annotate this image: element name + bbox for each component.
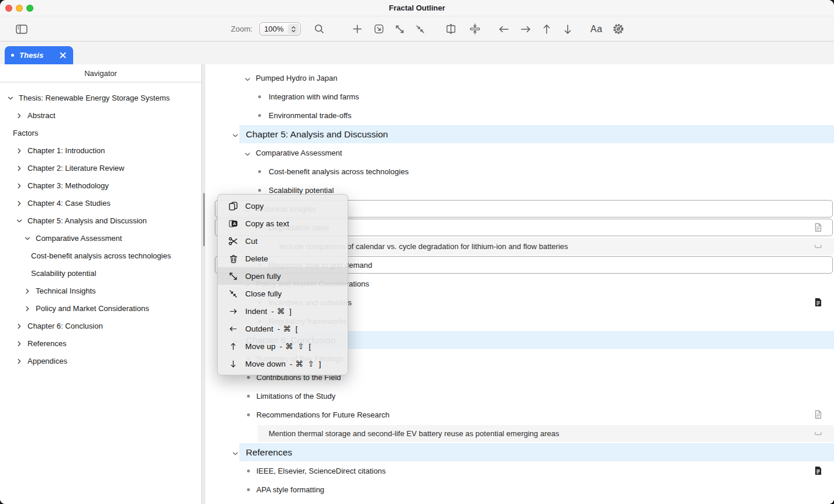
- menu-item-move-down[interactable]: Move down-⌘ ⇧ ]: [218, 355, 348, 372]
- outline-note-row[interactable]: Mention thermal storage and second-life …: [205, 424, 834, 443]
- search-icon[interactable]: [313, 16, 325, 42]
- outline-item-row[interactable]: Limitations of the Study: [205, 387, 834, 406]
- outline-item-row[interactable]: Integration with wind farms: [205, 88, 834, 106]
- sidebar-toggle-icon[interactable]: [13, 16, 30, 42]
- chevron-down-icon[interactable]: [244, 75, 251, 82]
- context-menu: CopyACopy as textCutDeleteOpen fullyClos…: [217, 194, 348, 375]
- stepper-chevrons-icon[interactable]: [288, 24, 299, 34]
- arrow-right-icon[interactable]: [519, 16, 533, 42]
- collapse-vertical-icon[interactable]: [466, 16, 483, 42]
- app-window: Fractal Outliner Zoom: 100%: [0, 0, 834, 504]
- chevron-down-icon[interactable]: [7, 95, 13, 101]
- sidebar-item[interactable]: Chapter 5: Analysis and Discussion: [0, 212, 201, 229]
- tab-thesis[interactable]: Thesis: [5, 46, 73, 64]
- chevron-down-icon[interactable]: [232, 131, 239, 138]
- sidebar-item[interactable]: Technical Insights: [0, 282, 201, 299]
- boxed-arrow-icon[interactable]: [372, 16, 385, 42]
- sidebar-item-label: Chapter 2: Literature Review: [28, 164, 124, 172]
- chevron-right-icon[interactable]: [16, 200, 22, 206]
- note-collapse-icon[interactable]: [814, 429, 823, 439]
- sidebar-item[interactable]: Chapter 1: Introduction: [0, 141, 201, 159]
- outline-item-row[interactable]: APA style formatting: [205, 481, 834, 499]
- chevron-right-icon[interactable]: [16, 340, 22, 347]
- sidebar-item[interactable]: Chapter 6: Conclusion: [0, 317, 201, 334]
- outline-section-label: Chapter 5: Analysis and Discussion: [246, 125, 388, 143]
- collapse-diagonal-icon[interactable]: [414, 16, 427, 42]
- menu-item-delete[interactable]: Delete: [218, 250, 348, 267]
- outline-item-row[interactable]: Recommendations for Future Research: [205, 406, 834, 424]
- chevron-right-icon[interactable]: [24, 288, 30, 294]
- menu-item-close-fully[interactable]: Close fully: [218, 285, 348, 302]
- chevron-right-icon[interactable]: [16, 182, 22, 189]
- note-collapse-icon[interactable]: [814, 241, 823, 251]
- arrow-left-icon[interactable]: [497, 16, 511, 42]
- expand-diagonal-icon[interactable]: [393, 16, 406, 42]
- chevron-down-icon[interactable]: [244, 150, 251, 157]
- outline-item-row[interactable]: Cost-benefit analysis across technologie…: [205, 163, 834, 181]
- sidebar-item[interactable]: Abstract: [0, 106, 201, 124]
- sidebar-item[interactable]: Thesis: Renewable Energy Storage Systems: [0, 89, 201, 106]
- menu-item-outdent[interactable]: Outdent-⌘ [: [218, 320, 348, 337]
- chevron-right-icon[interactable]: [16, 165, 22, 171]
- chevron-right-icon[interactable]: [16, 358, 22, 364]
- menu-item-label: Move down: [245, 360, 286, 368]
- scrollbar-thumb[interactable]: [203, 193, 205, 246]
- menu-item-move-up[interactable]: Move up-⌘ ⇧ [: [218, 337, 348, 355]
- arrow-up-icon[interactable]: [541, 16, 552, 42]
- sidebar-item[interactable]: Scalability potential: [0, 264, 201, 282]
- outline-item-row[interactable]: IEEE, Elsevier, ScienceDirect citations: [205, 462, 834, 481]
- bullet-icon[interactable]: [258, 170, 261, 173]
- doc-icon-dark[interactable]: [814, 298, 823, 308]
- menu-item-open-fully[interactable]: Open fully: [218, 267, 348, 285]
- sidebar-item[interactable]: Factors: [0, 124, 201, 141]
- chevron-right-icon[interactable]: [16, 112, 22, 119]
- sidebar-item[interactable]: Chapter 4: Case Studies: [0, 194, 201, 212]
- bullet-icon[interactable]: [258, 114, 261, 117]
- add-item-icon[interactable]: [351, 16, 363, 42]
- bullet-icon[interactable]: [247, 488, 250, 491]
- menu-item-copy[interactable]: Copy: [218, 197, 348, 215]
- title-bar: Fractal Outliner: [0, 0, 834, 16]
- bullet-icon[interactable]: [247, 376, 250, 379]
- sidebar-item-label: Abstract: [28, 111, 56, 120]
- chevron-right-icon[interactable]: [16, 147, 22, 154]
- menu-item-copy-as-text[interactable]: ACopy as text: [218, 215, 348, 232]
- outline-section-row[interactable]: References: [205, 443, 834, 462]
- bullet-icon[interactable]: [258, 95, 261, 98]
- chevron-down-icon[interactable]: [232, 449, 239, 456]
- menu-item-cut[interactable]: Cut: [218, 232, 348, 250]
- settings-gear-icon[interactable]: [611, 16, 625, 42]
- doc-icon-dark[interactable]: [814, 466, 823, 476]
- sidebar-item[interactable]: Appendices: [0, 352, 201, 370]
- sidebar-item[interactable]: Cost-benefit analysis across technologie…: [0, 247, 201, 264]
- outline-item-row[interactable]: Comparative Assessment: [205, 144, 834, 163]
- bullet-icon[interactable]: [247, 413, 250, 416]
- expand-vertical-icon[interactable]: [443, 16, 458, 42]
- doc-icon[interactable]: [814, 223, 823, 233]
- sidebar-item[interactable]: Comparative Assessment: [0, 229, 201, 247]
- bullet-icon[interactable]: [247, 395, 250, 398]
- sidebar-item[interactable]: Chapter 3: Methodology: [0, 177, 201, 194]
- chevron-down-icon[interactable]: [16, 218, 22, 224]
- menu-item-indent[interactable]: Indent-⌘ ]: [218, 302, 348, 320]
- sidebar-item[interactable]: Policy and Market Considerations: [0, 299, 201, 317]
- bullet-icon[interactable]: [247, 470, 250, 472]
- arrow-down-icon[interactable]: [562, 16, 574, 42]
- outline-item-row[interactable]: Pumped Hydro in Japan: [205, 69, 834, 88]
- sidebar-item[interactable]: References: [0, 334, 201, 352]
- chevron-right-icon[interactable]: [24, 305, 30, 312]
- menu-item-label: Indent: [245, 307, 267, 316]
- sidebar-divider[interactable]: [201, 64, 205, 504]
- chevron-right-icon[interactable]: [16, 323, 22, 329]
- chevron-down-icon[interactable]: [24, 235, 30, 241]
- sidebar-item[interactable]: Chapter 2: Literature Review: [0, 159, 201, 177]
- text-style-button[interactable]: Aa: [588, 16, 605, 42]
- tab-close-icon[interactable]: [59, 51, 67, 60]
- doc-icon[interactable]: [814, 410, 823, 420]
- outline-section-label: References: [246, 443, 292, 461]
- outline-item-row[interactable]: Environmental trade-offs: [205, 106, 834, 125]
- bullet-icon[interactable]: [258, 189, 261, 192]
- outline-section-row[interactable]: Chapter 5: Analysis and Discussion: [205, 125, 834, 144]
- menu-item-label: Open fully: [245, 272, 281, 281]
- zoom-stepper[interactable]: 100%: [259, 22, 301, 36]
